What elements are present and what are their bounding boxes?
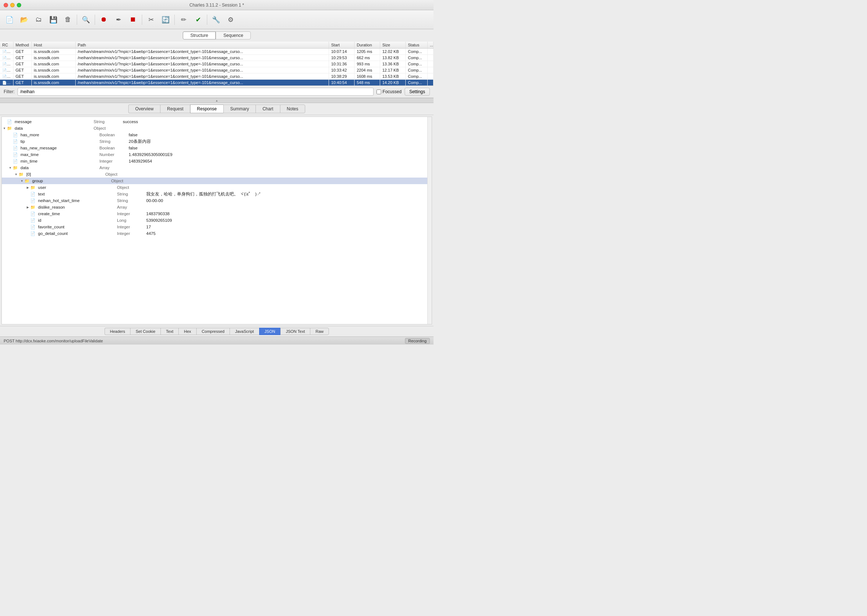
scrollbar[interactable] [427,117,432,324]
tab-raw[interactable]: Raw [310,328,329,335]
close-session-button[interactable]: 🗂 [32,13,45,26]
pencil-button[interactable]: ✏ [177,13,190,26]
minimize-button[interactable] [10,3,15,7]
gear-button[interactable]: ⚙ [224,13,237,26]
col-header-host[interactable]: Host [31,42,75,49]
tab-hex[interactable]: Hex [178,328,196,335]
filter-input[interactable] [17,88,374,96]
tree-row[interactable]: 📄 go_detail_count Integer 4475 [2,230,427,237]
trash-button[interactable]: 🗑 [61,13,75,26]
tree-row[interactable]: 📄 create_time Integer 1483790338 [2,211,427,217]
col-header-size[interactable]: Size [380,42,406,49]
tab-json-text[interactable]: JSON Text [280,328,310,335]
tree-toggle[interactable]: ▼ [19,179,25,183]
tree-row[interactable]: ▼ 📁 group Object [2,178,427,184]
sequence-view-button[interactable]: Sequence [216,31,251,39]
col-header-status[interactable]: Status [406,42,428,49]
tree-row[interactable]: ▶ 📁 dislike_reason Array [2,204,427,211]
col-header-path[interactable]: Path [75,42,329,49]
col-header-duration[interactable]: Duration [354,42,380,49]
tree-row[interactable]: ▼ 📁 data Array [2,164,427,171]
tree-row[interactable]: ▶ 📁 user Object [2,184,427,191]
cell-rc: 📄200 [0,61,13,67]
col-header-rc[interactable]: RC [0,42,13,49]
tab-notes[interactable]: Notes [280,104,305,113]
tree-toggle[interactable]: ▼ [2,127,7,130]
edit-button[interactable]: ✂ [145,13,157,26]
cell-more [428,61,433,67]
tree-key: [0] [25,172,105,176]
open-button[interactable]: 📂 [17,13,31,26]
structure-view-button[interactable]: Structure [183,31,216,39]
tree-key: max_time [19,152,99,157]
tree-row[interactable]: ▼ 📁 [0] Object [2,171,427,178]
tree-key: user [36,185,117,190]
tools-button[interactable]: 🔧 [209,13,223,26]
refresh-button[interactable]: 🔄 [159,13,172,26]
tree-toggle[interactable]: ▼ [14,173,19,176]
table-row[interactable]: 📄200 GET is.snssdk.com /neihan/stream/mi… [0,80,433,86]
stop-button[interactable]: ⏹ [126,13,140,26]
tree-type: Object [111,179,140,183]
tree-key: has_more [19,133,99,137]
tab-text[interactable]: Text [160,328,178,335]
tree-row[interactable]: 📄 id Long 53909265109 [2,217,427,223]
tab-summary[interactable]: Summary [223,104,255,113]
row-icon: 📄 [2,74,6,79]
close-button[interactable] [4,3,8,7]
tree-row[interactable]: 📄 min_time Integer 1483929654 [2,158,427,164]
tab-compressed[interactable]: Compressed [196,328,230,335]
file-icon: 📄 [30,212,35,216]
record-button[interactable]: ⏺ [97,13,110,26]
tree-row[interactable]: 📄 text String 我女友，哈哈，单身狗们，孤独的打飞机去吧。 ヾ(ﾟε… [2,191,427,197]
tree-row[interactable]: 📄 message String success [2,118,427,125]
tree-toggle[interactable]: ▶ [25,186,30,189]
tree-row[interactable]: 📄 tip String 20条新内容 [2,138,427,145]
tab-request[interactable]: Request [160,104,190,113]
col-header-start[interactable]: Start [329,42,354,49]
check-button[interactable]: ✔ [192,13,205,26]
bottom-tabs-bar: Headers Set Cookie Text Hex Compressed J… [0,326,433,336]
tree-toggle[interactable]: ▼ [8,166,13,170]
tree-key: data [13,126,94,130]
tree-value: 20条新内容 [129,139,427,144]
tree-row[interactable]: 📄 neihan_hot_start_time String 00-00-00 [2,197,427,204]
col-header-method[interactable]: Method [13,42,31,49]
tree-toggle[interactable]: ▶ [25,206,30,209]
table-row[interactable]: 📄200 GET is.snssdk.com /neihan/stream/mi… [0,67,433,74]
folder-icon: 📁 [30,205,35,210]
status-bar: POST http://dcx.fxiaoke.com/monitor/uplo… [0,336,433,344]
table-row[interactable]: 📄200 GET is.snssdk.com /neihan/stream/mi… [0,74,433,80]
tree-key: group [31,179,111,183]
save-button[interactable]: 💾 [47,13,60,26]
tree-key: id [36,218,117,223]
folder-icon: 📁 [25,179,30,184]
tree-value: 00-00-00 [146,198,427,203]
tree-row[interactable]: ▼ 📁 data Object [2,125,427,132]
tree-row[interactable]: 📄 has_more Boolean false [2,132,427,138]
table-row[interactable]: 📄200 GET is.snssdk.com /neihan/stream/mi… [0,49,433,55]
tab-json[interactable]: JSON [259,328,280,335]
cell-host: is.snssdk.com [31,80,75,86]
tab-headers[interactable]: Headers [105,328,131,335]
tab-overview[interactable]: Overview [128,104,160,113]
tab-response[interactable]: Response [190,104,223,113]
new-session-button[interactable]: 📄 [3,13,16,26]
search-button[interactable]: 🔍 [79,13,93,26]
tab-set-cookie[interactable]: Set Cookie [130,328,160,335]
collapse-icon[interactable]: ▲ [215,99,218,102]
tree-row[interactable]: 📄 max_time Number 1.483929653050001E9 [2,151,427,158]
tree-row[interactable]: 📄 has_new_message Boolean false [2,145,427,151]
settings-button[interactable]: Settings [404,88,430,96]
tree-key: neihan_hot_start_time [36,198,117,203]
cell-path: /neihan/stream/mix/v1/?mpic=1&webp=1&ess… [75,55,329,61]
tab-javascript[interactable]: JavaScript [230,328,259,335]
tree-row[interactable]: 📄 favorite_count Integer 17 [2,223,427,230]
tab-chart[interactable]: Chart [255,104,280,113]
focussed-checkbox[interactable] [376,90,381,94]
maximize-button[interactable] [17,3,21,7]
pen-button[interactable]: ✒ [112,13,125,26]
table-row[interactable]: 📄200 GET is.snssdk.com /neihan/stream/mi… [0,61,433,67]
focussed-label: Focussed [376,89,402,94]
table-row[interactable]: 📄200 GET is.snssdk.com /neihan/stream/mi… [0,55,433,61]
